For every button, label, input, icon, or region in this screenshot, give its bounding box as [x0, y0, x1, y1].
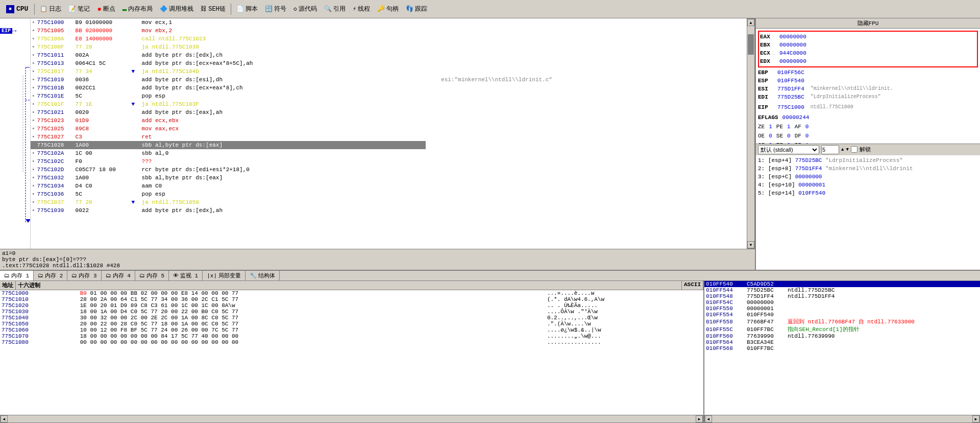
addr-cell: 775C1034 — [36, 182, 75, 190]
tab-locals[interactable]: |x| 局部变量 — [203, 271, 246, 280]
calling-conv-select[interactable]: 默认 (stdcall) — [758, 145, 819, 154]
mem-row[interactable]: 775C105020 00 22 00 28 C0 5C 77 18 00 1A… — [0, 321, 703, 327]
stack-scroll-left-icon[interactable]: ◄ — [705, 415, 712, 422]
mem-row[interactable]: 775C103018 00 1A 00 D4 C0 5C 77 20 00 22… — [0, 309, 703, 315]
stack-row[interactable]: 010FF55C010FF7BC指向SEH_Record[1]的指针 — [704, 325, 980, 333]
stack-addr-cell: 010FF568 — [704, 345, 745, 351]
toolbar-seh[interactable]: ⛓ SEH链 — [198, 4, 229, 14]
memory-content[interactable]: 775C1000B9 01 00 00 00 BB 02 00 00 00 E8… — [0, 290, 703, 415]
addr-cell: 775C1032 — [36, 174, 75, 182]
disasm-row[interactable]: •775C1027C3ret — [31, 133, 747, 141]
stack-row[interactable]: 010FF544775D25BCntdll.775D25BC — [704, 287, 980, 293]
disasm-row[interactable]: •775C102589C8mov eax,ecx — [31, 125, 747, 133]
stack-row[interactable]: 010FF54C00000000 — [704, 299, 980, 306]
bytes-cell: 77 1E — [75, 100, 131, 108]
tab-memory-5[interactable]: 🗂 内存 5 — [135, 271, 169, 280]
scroll-down-icon[interactable]: ▼ — [747, 241, 754, 248]
disasm-row[interactable]: •775C101B002CC1add byte ptr ds:[ecx+eax*… — [31, 84, 747, 92]
disasm-row[interactable]: •775C10130064C1 5Cadd byte ptr ds:[ecx+e… — [31, 59, 747, 67]
spinbox-down-icon[interactable]: ▼ — [846, 147, 848, 152]
disasm-row[interactable]: •775C101E5Cpop esp — [31, 92, 747, 100]
stack-content[interactable]: 010FF540C5AD9D52010FF544775D25BCntdll.77… — [704, 281, 980, 415]
tab-memory-2[interactable]: 🗂 内存 2 — [34, 271, 67, 280]
disasm-row[interactable]: •775C101777 34▼ja ntdll.775C104D — [31, 67, 747, 76]
tab-memory-3[interactable]: 🗂 内存 3 — [67, 271, 101, 280]
disasm-row[interactable]: •775C100F77 28ja ntdll.775C1039 — [31, 43, 747, 51]
disasm-row[interactable]: •775C103777 20▼ja ntdll.775C1059 — [31, 198, 747, 206]
toolbar-symbol[interactable]: 🔣 符号 — [262, 4, 289, 14]
separator-1 — [34, 4, 35, 15]
stack-row[interactable]: 010FF55000000001 — [704, 306, 980, 312]
mem-row[interactable]: 775C106010 00 12 00 F8 BF 5C 77 24 00 26… — [0, 327, 703, 333]
toolbar-source[interactable]: ◇ 源代码 — [290, 4, 320, 14]
stack-row[interactable]: 010FF5587766BF47返回到 ntdll.7766BF47 自 ntd… — [704, 318, 980, 325]
toolbar-breakpoint[interactable]: ● 断点 — [94, 4, 118, 14]
svg-marker-4 — [26, 219, 31, 223]
disasm-content[interactable]: •775C1000B9 01000000mov ecx,1•775C1005BB… — [31, 18, 747, 249]
toolbar-handle[interactable]: 🔑 句柄 — [374, 4, 402, 14]
toolbar-ref[interactable]: 🔍 引用 — [321, 4, 349, 14]
mem-scroll-right-icon[interactable]: ► — [696, 415, 703, 422]
tab-struct[interactable]: 🔧 结构体 — [246, 271, 280, 280]
tab-watch-1[interactable]: 👁 监视 1 — [169, 271, 203, 280]
toolbar-note[interactable]: 📝 笔记 — [65, 4, 93, 14]
scroll-thumb[interactable] — [748, 34, 754, 55]
toolbar-callstack[interactable]: 🔷 调用堆栈 — [157, 4, 197, 14]
flag-pe-val: 1 — [787, 123, 791, 131]
disasm-row[interactable]: •775C10210020add byte ptr ds:[eax],ah — [31, 108, 747, 116]
disasm-row[interactable]: •775C101F77 1E▼ja ntdll.775C103F — [31, 100, 747, 108]
mem-row[interactable]: 775C104030 00 32 00 00 2C 00 2E 2C 00 1A… — [0, 315, 703, 321]
tab-memory-4[interactable]: 🗂 内存 4 — [102, 271, 135, 280]
toolbar-memory-layout[interactable]: ▬ 内存布局 — [119, 4, 156, 14]
flag-pe-label: PE — [776, 123, 783, 131]
disasm-row[interactable]: •775C102A1C 00sbb al,0 — [31, 149, 747, 157]
disasm-row[interactable]: •775C102CF0??? — [31, 157, 747, 166]
disasm-scrollbar[interactable]: ▲ ▼ — [747, 18, 755, 249]
scroll-up-icon[interactable]: ▲ — [747, 19, 754, 26]
stack-row[interactable]: 010FF554010FF540 — [704, 312, 980, 318]
stack-row[interactable]: 010FF568010FF7BC — [704, 345, 980, 351]
toolbar-thread[interactable]: ⚡ 线程 — [350, 4, 373, 14]
stack-row[interactable]: 010FF564B3CEA34E — [704, 339, 980, 345]
disasm-row[interactable]: •775C10390022add byte ptr ds:[edx],ah — [31, 206, 747, 215]
tab-memory-1[interactable]: 🗂 内存 1 — [0, 271, 34, 280]
disasm-row[interactable]: •775C1000B9 01000000mov ecx,1 — [31, 18, 747, 27]
toolbar-script[interactable]: 📄 脚本 — [233, 4, 261, 14]
toolbar-trace[interactable]: 👣 跟踪 — [403, 4, 430, 14]
spinbox-up-icon[interactable]: ▲ — [841, 147, 844, 152]
disasm-row[interactable]: •775C10321A00sbb al,byte ptr ds:[eax] — [31, 174, 747, 182]
disasm-row[interactable]: •775C1005BB 02000000mov ebx,2 — [31, 27, 747, 35]
handle-icon: 🔑 — [377, 5, 385, 13]
reg-edi-row: EDI 775D25BC "LdrpInitializeProcess" — [758, 93, 978, 101]
disasm-row[interactable]: •775C10281A00sbb al,byte ptr ds:[eax] — [31, 141, 747, 149]
mem-row[interactable]: 775C10201E 00 20 01 D9 89 C8 C3 61 00 1C… — [0, 302, 703, 309]
callstack-icon: 🔷 — [160, 5, 167, 13]
stack-scrollbar-h[interactable]: ◄ ► — [704, 415, 980, 423]
disasm-row[interactable]: •775C102DC05C77 18 00rcr byte ptr ds:[ed… — [31, 166, 747, 174]
mem-row[interactable]: 775C101028 00 2A 00 64 C1 5C 77 34 00 36… — [0, 296, 703, 302]
mem-ascii-cell: 0.2..,..,...Œ\w — [546, 315, 703, 321]
mem-row[interactable]: 775C108000 00 00 00 00 00 00 00 00 00 00… — [0, 339, 703, 345]
memory-scrollbar-h[interactable]: ◄ ► — [0, 415, 703, 423]
mem-row[interactable]: 775C107018 00 00 00 00 00 00 00 84 17 5C… — [0, 333, 703, 339]
unlock-checkbox[interactable] — [851, 146, 857, 153]
disasm-row[interactable]: •775C102301D9add ecx,ebx — [31, 116, 747, 125]
locals-icon: |x| — [207, 273, 217, 279]
disasm-row[interactable]: •775C1034D4 C0aam C0 — [31, 182, 747, 190]
memory-panel: 地址 十六进制 ASCII 775C1000B9 01 00 00 00 BB … — [0, 281, 704, 423]
disasm-row[interactable]: •775C10365Cpop esp — [31, 190, 747, 198]
stack-scroll-right-icon[interactable]: ► — [972, 415, 979, 422]
mem-addr-cell: 775C1000 — [0, 290, 79, 296]
mem-scroll-left-icon[interactable]: ◄ — [1, 415, 8, 422]
mem-ascii-cell: ................ — [546, 339, 703, 345]
stack-row[interactable]: 010FF56077639990ntdll.77639990 — [704, 333, 980, 339]
disasm-row[interactable]: •775C100AE8 14000000call ntdll.775C1023 — [31, 35, 747, 43]
stack-row[interactable]: 010FF548775D1FF4ntdll.775D1FF4 — [704, 293, 980, 299]
stack-row[interactable]: 010FF540C5AD9D52 — [704, 281, 980, 287]
toolbar-log[interactable]: 📋 日志 — [37, 4, 64, 14]
stack-val-cell: 77639990 — [745, 333, 786, 339]
disasm-row[interactable]: •775C1011002Aadd byte ptr ds:[edx],ch — [31, 51, 747, 59]
disasm-row[interactable]: •775C10190036add byte ptr ds:[esi],dhesi… — [31, 76, 747, 84]
arg-count-input[interactable] — [821, 145, 839, 154]
mem-row[interactable]: 775C1000B9 01 00 00 00 BB 02 00 00 00 E8… — [0, 290, 703, 296]
